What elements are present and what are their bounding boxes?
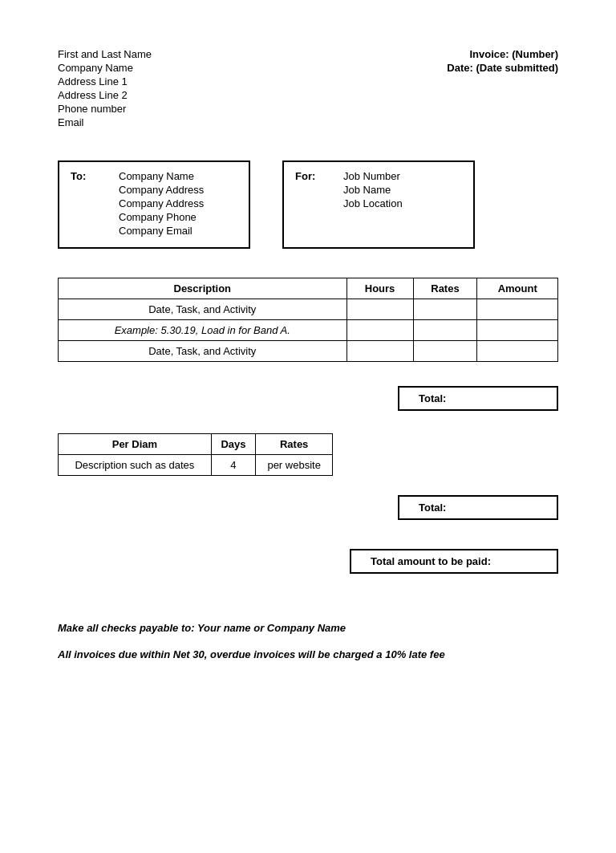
address-boxes: To: Company Name Company Address Company… bbox=[58, 160, 558, 249]
main-table: Description Hours Rates Amount Date, Tas… bbox=[58, 278, 558, 362]
for-label: For: bbox=[295, 170, 327, 206]
total2-label: Total: bbox=[398, 495, 558, 520]
invoice-date: Date: (Date submitted) bbox=[447, 62, 558, 74]
total2-box: Total: bbox=[58, 495, 558, 520]
table-row: Example: 5.30.19, Load in for Band A. bbox=[59, 320, 558, 341]
sender-info: First and Last Name Company Name Address… bbox=[58, 48, 152, 128]
table-cell-rates bbox=[413, 299, 477, 320]
sender-address1: Address Line 1 bbox=[58, 75, 152, 87]
table-cell-description: Example: 5.30.19, Load in for Band A. bbox=[59, 320, 347, 341]
for-job-number: Job Number bbox=[343, 170, 403, 182]
per-diam-table: Per Diam Days Rates Description such as … bbox=[58, 433, 333, 476]
sender-name: First and Last Name bbox=[58, 48, 152, 60]
footer-notes: Make all checks payable to: Your name or… bbox=[58, 622, 558, 660]
invoice-number: Invoice: (Number) bbox=[469, 48, 558, 60]
to-label: To: bbox=[71, 170, 103, 234]
header-section: First and Last Name Company Name Address… bbox=[58, 48, 558, 128]
for-box: For: Job Number Job Name Job Location bbox=[282, 160, 475, 249]
to-company: Company Name bbox=[119, 170, 204, 182]
table-cell-hours bbox=[346, 341, 413, 362]
invoice-info: Invoice: (Number) Date: (Date submitted) bbox=[447, 48, 558, 128]
table-cell-amount bbox=[477, 299, 558, 320]
table-cell-hours bbox=[346, 299, 413, 320]
to-email: Company Email bbox=[119, 225, 204, 237]
perdiam-col-days: Days bbox=[211, 434, 255, 455]
footer-line1: Make all checks payable to: Your name or… bbox=[58, 622, 558, 634]
table-row: Date, Task, and Activity bbox=[59, 299, 558, 320]
for-job-location: Job Location bbox=[343, 197, 403, 209]
per-diam-section: Per Diam Days Rates Description such as … bbox=[58, 433, 558, 476]
table-cell-rates bbox=[413, 341, 477, 362]
sender-phone: Phone number bbox=[58, 103, 152, 115]
total1-label: Total: bbox=[398, 386, 558, 411]
table-cell-rates bbox=[413, 320, 477, 341]
footer-line2: All invoices due within Net 30, overdue … bbox=[58, 648, 558, 660]
for-job-name: Job Name bbox=[343, 184, 403, 196]
to-phone: Company Phone bbox=[119, 211, 204, 223]
table-row: Date, Task, and Activity bbox=[59, 341, 558, 362]
perdiam-col-rates: Rates bbox=[256, 434, 333, 455]
perdiam-cell-rates: per website bbox=[256, 455, 333, 476]
table-cell-amount bbox=[477, 341, 558, 362]
perdiam-cell-days: 4 bbox=[211, 455, 255, 476]
to-box: To: Company Name Company Address Company… bbox=[58, 160, 250, 249]
perdiam-row: Description such as dates4per website bbox=[59, 455, 333, 476]
sender-email: Email bbox=[58, 116, 152, 128]
to-address2: Company Address bbox=[119, 197, 204, 209]
table-cell-description: Date, Task, and Activity bbox=[59, 299, 347, 320]
perdiam-cell-desc: Description such as dates bbox=[59, 455, 212, 476]
table-cell-description: Date, Task, and Activity bbox=[59, 341, 347, 362]
grand-total-label: Total amount to be paid: bbox=[350, 549, 558, 574]
to-address1: Company Address bbox=[119, 184, 204, 196]
col-rates: Rates bbox=[413, 278, 477, 299]
sender-address2: Address Line 2 bbox=[58, 89, 152, 101]
col-amount: Amount bbox=[477, 278, 558, 299]
sender-company: Company Name bbox=[58, 62, 152, 74]
col-description: Description bbox=[59, 278, 347, 299]
col-hours: Hours bbox=[346, 278, 413, 299]
perdiam-col-desc: Per Diam bbox=[59, 434, 212, 455]
total1-box: Total: bbox=[58, 386, 558, 411]
table-cell-amount bbox=[477, 320, 558, 341]
table-cell-hours bbox=[346, 320, 413, 341]
grand-total-box: Total amount to be paid: bbox=[58, 549, 558, 574]
